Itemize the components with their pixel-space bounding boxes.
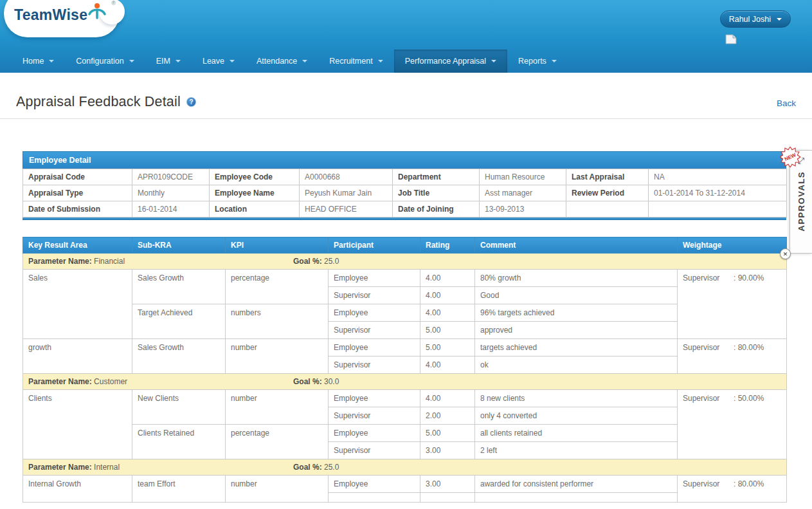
detail-value: 01-01-2014 To 31-12-2014 xyxy=(649,185,787,201)
nav-item-label: Reports xyxy=(518,57,546,66)
participant-cell: Employee xyxy=(329,476,420,493)
sub-kra-cell: Sales Growth xyxy=(132,270,226,304)
column-header: Key Result Area xyxy=(23,237,132,254)
weightage-cell: Supervisor: 90.00% xyxy=(678,270,787,339)
detail-label: Date of Submission xyxy=(23,201,132,217)
kra-name-cell: growth xyxy=(23,339,132,374)
app-header: TeamWise ® Rahul Joshi HomeConfiguration… xyxy=(0,0,812,73)
kpi-cell: numbers xyxy=(226,304,329,339)
rating-cell: 3.00 xyxy=(420,442,475,459)
kra-body: Parameter Name: FinancialGoal %: 25.0Sal… xyxy=(23,254,787,503)
chevron-down-icon xyxy=(302,60,307,62)
rating-cell: 4.00 xyxy=(420,304,475,322)
parameter-row: Parameter Name: InternalGoal %: 25.0 xyxy=(23,459,787,476)
user-name: Rahul Joshi xyxy=(729,15,771,24)
back-link[interactable]: Back xyxy=(777,98,796,110)
nav-item-label: Performance Appraisal xyxy=(405,57,486,66)
rating-cell: 5.00 xyxy=(420,322,475,339)
comment-cell: targets achieved xyxy=(475,339,678,356)
title-divider xyxy=(0,118,812,119)
kra-data-row: Target AchievednumbersEmployee4.0096% ta… xyxy=(23,304,787,322)
nav-item-performance-appraisal[interactable]: Performance Appraisal xyxy=(394,50,507,73)
detail-label: Location xyxy=(210,201,300,217)
kra-table: Key Result AreaSub-KRAKPIParticipantRati… xyxy=(23,237,787,503)
detail-label: Appraisal Type xyxy=(23,185,132,201)
detail-value: Asst manager xyxy=(480,185,566,201)
column-header: KPI xyxy=(226,237,329,254)
comment-cell xyxy=(475,493,678,503)
sub-kra-cell: Sales Growth xyxy=(132,339,226,374)
nav-item-label: Home xyxy=(23,57,44,66)
nav-item-eim[interactable]: EIM xyxy=(145,50,192,73)
kpi-cell: number xyxy=(226,476,329,503)
parameter-cell: Parameter Name: InternalGoal %: 25.0 xyxy=(23,459,787,476)
kra-data-row: growthSales GrowthnumberEmployee5.00targ… xyxy=(23,339,787,356)
kra-data-row: Clients RetainedpercentageEmployee5.00al… xyxy=(23,425,787,442)
column-header: Participant xyxy=(329,237,420,254)
participant-cell: Employee xyxy=(329,304,420,322)
approvals-tab[interactable]: ⤢ APPROVALS NEW ✕ xyxy=(789,150,812,254)
nav-item-label: Leave xyxy=(203,57,224,66)
kra-data-row: ClientsNew ClientsnumberEmployee4.008 ne… xyxy=(23,390,787,407)
sub-kra-cell: New Clients xyxy=(132,390,226,425)
content: Employee Detail Appraisal CodeAPR0109COD… xyxy=(0,151,812,503)
kpi-cell: percentage xyxy=(226,425,329,459)
comment-cell: awarded for consistent performer xyxy=(475,476,678,493)
detail-value: Monthly xyxy=(132,185,210,201)
kpi-cell: number xyxy=(226,390,329,425)
weightage-value: : 80.00% xyxy=(734,479,764,488)
kra-data-row: SalesSales GrowthpercentageEmployee4.008… xyxy=(23,270,787,287)
employee-detail-panel: Employee Detail Appraisal CodeAPR0109COD… xyxy=(23,151,786,220)
weightage-label: Supervisor xyxy=(683,273,734,282)
nav-item-home[interactable]: Home xyxy=(12,50,65,73)
nav-item-label: Configuration xyxy=(76,57,123,66)
participant-cell: Employee xyxy=(329,270,420,287)
parameter-name: Parameter Name: Financial xyxy=(28,257,293,266)
kpi-cell: percentage xyxy=(226,270,329,304)
kpi-cell: number xyxy=(226,339,329,374)
chevron-down-icon xyxy=(552,60,557,62)
nav-item-configuration[interactable]: Configuration xyxy=(65,50,145,73)
comment-cell: 96% targets achieved xyxy=(475,304,678,322)
user-menu-button[interactable]: Rahul Joshi xyxy=(720,10,791,28)
detail-value: NA xyxy=(649,169,787,185)
goal-percent: Goal %: 25.0 xyxy=(293,257,339,266)
goal-percent: Goal %: 25.0 xyxy=(293,463,339,472)
message-icon[interactable] xyxy=(725,34,737,47)
nav-item-attendance[interactable]: Attendance xyxy=(246,50,318,73)
rating-cell: 5.00 xyxy=(420,425,475,442)
weightage-value: : 80.00% xyxy=(734,343,764,352)
teamwise-logo[interactable]: TeamWise ® xyxy=(4,0,120,37)
nav-item-reports[interactable]: Reports xyxy=(507,50,568,73)
detail-label: Last Appraisal xyxy=(566,169,649,185)
detail-label: Appraisal Code xyxy=(23,169,132,185)
detail-value: HEAD OFFICE xyxy=(300,201,393,217)
help-icon[interactable]: ? xyxy=(186,97,196,107)
parameter-name: Parameter Name: Internal xyxy=(28,463,293,472)
sub-kra-cell: Target Achieved xyxy=(132,304,226,339)
column-header: Comment xyxy=(475,237,678,254)
detail-label: Employee Name xyxy=(210,185,300,201)
employee-detail-table: Appraisal CodeAPR0109CODEEmployee CodeA0… xyxy=(23,169,787,217)
weightage-value: : 50.00% xyxy=(734,394,764,403)
kra-name-cell: Clients xyxy=(23,390,132,459)
kra-header-row: Key Result AreaSub-KRAKPIParticipantRati… xyxy=(23,237,787,254)
nav-item-leave[interactable]: Leave xyxy=(192,50,246,73)
participant-cell: Employee xyxy=(329,425,420,442)
participant-cell: Supervisor xyxy=(329,322,420,339)
nav-item-recruitment[interactable]: Recruitment xyxy=(318,50,393,73)
participant-cell: Supervisor xyxy=(329,407,420,425)
rating-cell: 4.00 xyxy=(420,356,475,374)
comment-cell: 8 new clients xyxy=(475,390,678,407)
detail-value: A0000668 xyxy=(300,169,393,185)
participant-cell xyxy=(329,493,420,503)
detail-label: Department xyxy=(393,169,480,185)
weightage-cell: Supervisor: 80.00% xyxy=(678,339,787,374)
registered-mark: ® xyxy=(111,0,116,6)
close-icon[interactable]: ✕ xyxy=(780,248,791,259)
chevron-down-icon xyxy=(176,60,181,62)
column-header: Weightage xyxy=(678,237,787,254)
detail-value: APR0109CODE xyxy=(132,169,210,185)
rating-cell: 4.00 xyxy=(420,270,475,287)
participant-cell: Supervisor xyxy=(329,356,420,374)
